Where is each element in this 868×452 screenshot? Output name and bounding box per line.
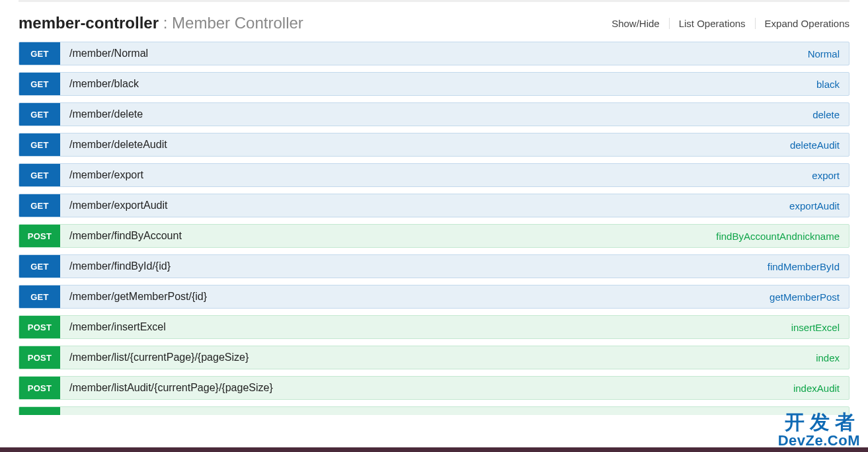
operation-row[interactable]: GET/member/getMemberPost/{id}getMemberPo… bbox=[19, 285, 849, 309]
operation-row[interactable]: POST bbox=[19, 406, 849, 415]
operation-row[interactable]: POST/member/listAudit/{currentPage}/{pag… bbox=[19, 376, 849, 400]
show-hide-link[interactable]: Show/Hide bbox=[602, 18, 670, 29]
operation-name[interactable]: insertExcel bbox=[782, 316, 849, 338]
method-badge[interactable]: POST bbox=[19, 407, 60, 415]
method-badge[interactable]: GET bbox=[19, 164, 60, 186]
operation-path[interactable]: /member/exportAudit bbox=[60, 194, 177, 217]
method-badge[interactable]: GET bbox=[19, 285, 60, 308]
spacer bbox=[148, 73, 807, 95]
controller-desc-sep: : bbox=[159, 14, 172, 32]
spacer bbox=[175, 316, 782, 338]
spacer bbox=[157, 42, 799, 65]
operation-path[interactable]: /member/Normal bbox=[60, 42, 157, 65]
method-badge[interactable]: GET bbox=[19, 133, 60, 156]
operation-name[interactable]: findMemberById bbox=[758, 255, 849, 278]
controller-title[interactable]: member-controller : Member Controller bbox=[19, 14, 303, 32]
operation-name[interactable]: getMemberPost bbox=[760, 285, 849, 308]
method-badge[interactable]: POST bbox=[19, 346, 60, 369]
operation-name[interactable]: index bbox=[807, 346, 849, 369]
operation-name[interactable]: Normal bbox=[799, 42, 849, 65]
controller-name: member-controller bbox=[19, 14, 159, 32]
method-badge[interactable]: GET bbox=[19, 103, 60, 126]
spacer bbox=[258, 346, 807, 369]
operation-row[interactable]: GET/member/deletedelete bbox=[19, 102, 849, 126]
watermark-line1: 开发者 bbox=[778, 412, 860, 433]
watermark: 开发者 DevZe.CoM bbox=[778, 412, 860, 448]
operation-row[interactable]: GET/member/NormalNormal bbox=[19, 42, 849, 65]
operation-path[interactable]: /member/insertExcel bbox=[60, 316, 175, 338]
method-badge[interactable]: GET bbox=[19, 194, 60, 217]
operation-name[interactable]: exportAudit bbox=[780, 194, 849, 217]
operation-name[interactable]: deleteAudit bbox=[781, 133, 849, 156]
spacer bbox=[191, 225, 707, 247]
spacer bbox=[180, 255, 758, 278]
operation-path[interactable]: /member/export bbox=[60, 164, 153, 186]
operation-path[interactable]: /member/list/{currentPage}/{pageSize} bbox=[60, 346, 258, 369]
operation-name[interactable]: export bbox=[803, 164, 849, 186]
operation-name[interactable]: black bbox=[807, 73, 849, 95]
spacer bbox=[153, 164, 803, 186]
operation-row[interactable]: GET/member/blackblack bbox=[19, 72, 849, 96]
method-badge[interactable]: GET bbox=[19, 255, 60, 278]
operation-path[interactable]: /member/listAudit/{currentPage}/{pageSiz… bbox=[60, 377, 282, 399]
operation-path[interactable]: /member/deleteAudit bbox=[60, 133, 177, 156]
method-badge[interactable]: GET bbox=[19, 73, 60, 95]
operation-row[interactable]: GET/member/exportexport bbox=[19, 163, 849, 187]
operation-name[interactable]: delete bbox=[803, 103, 849, 126]
operation-row[interactable]: POST/member/list/{currentPage}/{pageSize… bbox=[19, 346, 849, 369]
operation-path[interactable]: /member/findById/{id} bbox=[60, 255, 180, 278]
operation-name[interactable]: findByAccountAndnickname bbox=[707, 225, 849, 247]
spacer bbox=[177, 194, 781, 217]
controller-actions: Show/Hide List Operations Expand Operati… bbox=[602, 18, 849, 29]
expand-operations-link[interactable]: Expand Operations bbox=[756, 18, 849, 29]
operation-row[interactable]: POST/member/findByAccountfindByAccountAn… bbox=[19, 224, 849, 248]
spacer bbox=[216, 285, 760, 308]
method-badge[interactable]: POST bbox=[19, 316, 60, 338]
bottom-bar bbox=[0, 447, 868, 452]
method-badge[interactable]: GET bbox=[19, 42, 60, 65]
controller-desc: Member Controller bbox=[172, 14, 303, 32]
operations-list: GET/member/NormalNormalGET/member/blackb… bbox=[19, 42, 849, 415]
spacer bbox=[177, 133, 781, 156]
operation-name[interactable]: indexAudit bbox=[784, 377, 849, 399]
operation-row[interactable]: GET/member/findById/{id}findMemberById bbox=[19, 254, 849, 278]
operation-path[interactable]: /member/getMemberPost/{id} bbox=[60, 285, 216, 308]
operation-row[interactable]: GET/member/exportAuditexportAudit bbox=[19, 194, 849, 217]
spacer bbox=[282, 377, 784, 399]
spacer bbox=[152, 103, 803, 126]
operation-path[interactable]: /member/delete bbox=[60, 103, 152, 126]
list-operations-link[interactable]: List Operations bbox=[670, 18, 756, 29]
operation-path[interactable]: /member/findByAccount bbox=[60, 225, 191, 247]
method-badge[interactable]: POST bbox=[19, 225, 60, 247]
controller-header: member-controller : Member Controller Sh… bbox=[19, 9, 849, 42]
operation-row[interactable]: POST/member/insertExcelinsertExcel bbox=[19, 315, 849, 339]
api-container: member-controller : Member Controller Sh… bbox=[0, 2, 868, 415]
method-badge[interactable]: POST bbox=[19, 377, 60, 399]
operation-row-partial: POST bbox=[19, 406, 849, 415]
operation-path[interactable]: /member/black bbox=[60, 73, 148, 95]
watermark-line2: DevZe.CoM bbox=[778, 433, 860, 448]
operation-row[interactable]: GET/member/deleteAuditdeleteAudit bbox=[19, 133, 849, 157]
